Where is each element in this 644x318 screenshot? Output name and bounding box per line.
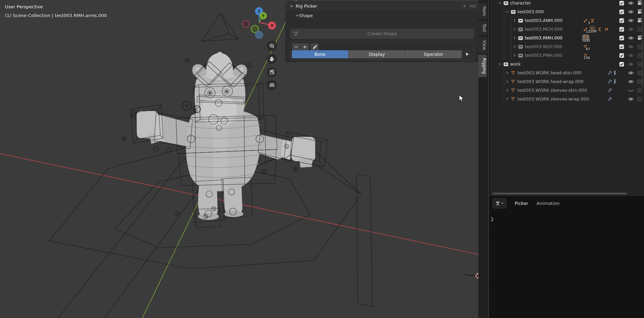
chevron-right-icon[interactable] — [512, 36, 517, 40]
add-button[interactable] — [301, 43, 309, 51]
character-model[interactable] — [137, 52, 315, 220]
datablock-count: 47 — [586, 47, 590, 51]
stack-icon — [614, 71, 616, 75]
sidebar-tab-item[interactable]: Item — [478, 3, 487, 19]
chevron-right-icon[interactable] — [505, 97, 510, 101]
eye-closed-icon[interactable] — [628, 88, 634, 94]
mode-tab-display[interactable]: Display — [349, 50, 406, 58]
panel-options-grip-icon[interactable] — [470, 3, 476, 9]
outliner-item-label[interactable]: test003.WGT.000 — [525, 44, 562, 49]
rig-picker-header[interactable]: Rig Picker — [286, 1, 478, 11]
outliner-row[interactable]: test003.WORK.sleeves-wrap.000 — [490, 95, 644, 103]
outliner-item-label[interactable]: test003.WORK.head-wrap.000 — [517, 79, 583, 84]
camera-disabled-icon[interactable] — [637, 53, 642, 59]
eye-icon[interactable] — [628, 61, 634, 68]
outliner-vertical-scrollbar[interactable] — [642, 1, 643, 88]
outliner-item-label[interactable]: character — [510, 0, 531, 6]
camera-view-icon[interactable] — [267, 67, 277, 77]
camera-disabled-icon[interactable] — [637, 27, 642, 33]
outliner-row[interactable]: test003.MCH.00011209 — [490, 25, 644, 34]
create-shape-button[interactable]: Create Shape — [290, 29, 474, 39]
navigation-gizmo[interactable]: Z Y X — [240, 3, 282, 41]
outliner-row[interactable]: test003.WORK.head-wrap.000 — [490, 77, 644, 86]
camera-disabled-icon[interactable] — [637, 79, 642, 86]
outliner-item-label[interactable]: test003.RMH.000 — [525, 35, 562, 40]
camera-disabled-icon[interactable] — [637, 96, 642, 103]
sidebar-tab-tool[interactable]: Tool — [478, 21, 487, 35]
eye-icon[interactable] — [628, 35, 634, 42]
chevron-down-icon[interactable] — [497, 1, 502, 5]
3d-viewport[interactable]: R User Perspective (1) Scene Collection … — [0, 0, 489, 318]
outliner-row[interactable]: test003.WORK.sleeves-skin.000 — [490, 86, 644, 95]
outliner-row[interactable]: test003.ANM.0003 — [490, 16, 644, 25]
collection-icon — [517, 27, 524, 32]
zoom-in-icon[interactable] — [267, 41, 277, 51]
eyedropper-icon[interactable] — [310, 43, 319, 51]
camera-disabled-icon[interactable] — [637, 44, 642, 51]
gizmo-neg-x[interactable] — [242, 21, 249, 28]
outliner-horizontal-scrollbar[interactable] — [492, 193, 627, 194]
mouse-cursor — [459, 95, 464, 102]
chevron-right-icon[interactable] — [512, 27, 517, 31]
outliner-item-label[interactable]: test003.MCH.000 — [525, 27, 562, 32]
eye-icon[interactable] — [628, 18, 634, 24]
sidebar-tab-view[interactable]: View — [478, 37, 487, 53]
outliner-row[interactable]: character — [490, 0, 644, 7]
eye-icon[interactable] — [628, 44, 634, 51]
collection-checkbox[interactable] — [619, 61, 624, 68]
mode-tab-operator[interactable]: Operator — [405, 50, 462, 58]
mode-tab-bone[interactable]: Bone — [292, 50, 349, 58]
remove-button[interactable] — [292, 43, 301, 51]
outliner-row[interactable]: test003.000 — [490, 7, 644, 16]
sidebar-tab-rigging[interactable]: Rigging — [478, 55, 487, 77]
outliner-item-label[interactable]: test003.WORK.sleeves-wrap.000 — [517, 96, 589, 102]
chevron-down-icon[interactable] — [497, 62, 502, 66]
camera-disabled-icon[interactable] — [637, 88, 642, 94]
chevron-right-icon[interactable] — [505, 71, 510, 75]
collection-checkbox[interactable] — [619, 0, 624, 7]
outliner-row[interactable]: test003.WGT.00047 — [490, 42, 644, 51]
outliner-row[interactable]: test003.PMH.000126 — [490, 51, 644, 60]
outliner-row[interactable]: work — [490, 60, 644, 68]
collection-checkbox[interactable] — [619, 18, 624, 24]
add-panel-icon[interactable] — [462, 3, 467, 9]
picker-panel-tab-animation[interactable]: Animation — [537, 201, 560, 206]
chevron-right-icon[interactable] — [512, 53, 517, 57]
mode-cycle-arrow-icon[interactable] — [462, 50, 472, 58]
chevron-down-icon[interactable] — [505, 10, 510, 14]
chevron-right-icon[interactable] — [512, 19, 517, 22]
eye-icon[interactable] — [628, 70, 634, 77]
outliner-item-label[interactable]: test003.ANM.000 — [525, 18, 562, 23]
eye-icon[interactable] — [628, 53, 634, 59]
picker-panel-tab-picker[interactable]: Picker — [515, 201, 528, 206]
eye-icon[interactable] — [628, 0, 634, 7]
camera-disabled-icon[interactable] — [637, 70, 642, 77]
outliner-item-label[interactable]: work — [510, 61, 521, 67]
eye-icon[interactable] — [628, 27, 634, 33]
outliner-row[interactable]: test003.WORK.head-skin.000 — [490, 68, 644, 77]
outliner-item-label[interactable]: test003.PMH.000 — [525, 53, 562, 58]
editor-type-button[interactable] — [493, 198, 506, 208]
outliner-row[interactable]: test003.RMH.00031 — [490, 34, 644, 42]
eye-icon[interactable] — [628, 96, 634, 103]
camera-disabled-icon[interactable] — [637, 61, 642, 68]
eye-icon[interactable] — [628, 79, 634, 86]
outliner-item-label[interactable]: test003.WORK.head-skin.000 — [517, 70, 582, 75]
chevron-right-icon[interactable] — [505, 80, 510, 83]
pan-hand-icon[interactable] — [267, 54, 277, 64]
chevron-right-icon[interactable] — [505, 88, 510, 92]
collection-checkbox[interactable] — [619, 53, 624, 59]
collection-checkbox[interactable] — [619, 27, 624, 33]
collection-checkbox[interactable] — [619, 35, 624, 42]
collection-checkbox[interactable] — [619, 44, 624, 51]
chevron-right-icon[interactable] — [512, 45, 517, 49]
eye-icon[interactable] — [628, 9, 634, 16]
grid-projection-icon[interactable] — [267, 80, 277, 90]
collection-checkbox[interactable] — [619, 9, 624, 16]
region-collapse-arrow[interactable]: ❯ — [490, 216, 494, 222]
outliner-item-label[interactable]: test003.WORK.sleeves-skin.000 — [517, 88, 587, 93]
gizmo-neg-z[interactable] — [256, 31, 263, 39]
outliner-item-label[interactable]: test003.000 — [517, 9, 544, 14]
shape-section-header[interactable]: Shape — [286, 11, 478, 20]
blender-window: R User Perspective (1) Scene Collection … — [0, 0, 644, 318]
